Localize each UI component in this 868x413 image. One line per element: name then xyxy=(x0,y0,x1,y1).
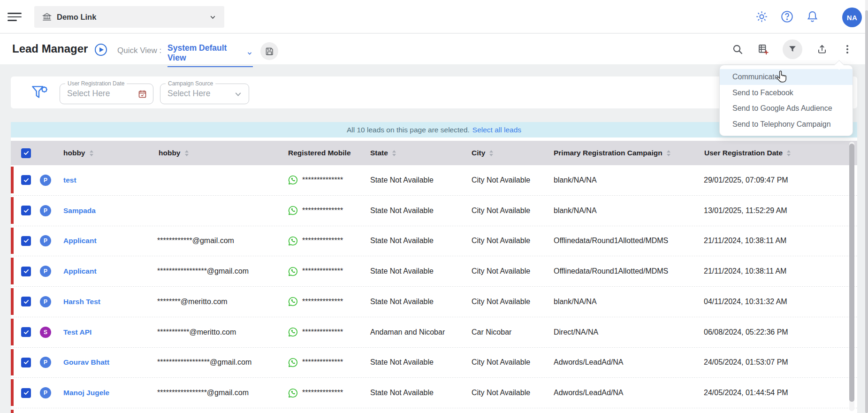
column-header-state-3[interactable]: State xyxy=(370,141,396,165)
help-icon[interactable] xyxy=(780,10,794,23)
org-selector-dropdown[interactable]: Demo Link xyxy=(34,6,224,28)
leads-table: All 10 leads on this page are selected. … xyxy=(11,122,857,413)
page-scrollbar-thumb[interactable] xyxy=(865,10,868,413)
column-header-primary-registration-campaign-5[interactable]: Primary Registration Campaign xyxy=(554,141,670,165)
sort-arrows-icon xyxy=(787,150,791,156)
cell-value: Adwords/LeadAd/NA xyxy=(554,358,624,367)
lead-name-link[interactable]: Applicant xyxy=(63,237,97,245)
lead-name-cell: Test API xyxy=(63,317,91,347)
lead-type-avatar: P xyxy=(40,348,51,378)
lead-name-link[interactable]: Applicant xyxy=(63,267,97,275)
avatar-letter: P xyxy=(40,357,51,368)
checkbox-checked-icon[interactable] xyxy=(21,206,31,215)
avatar-letter: S xyxy=(40,327,51,338)
avatar-letter: P xyxy=(40,175,51,186)
whatsapp-icon[interactable] xyxy=(288,357,298,368)
lead-type-avatar: P xyxy=(40,196,51,226)
checkbox-checked-icon[interactable] xyxy=(21,388,31,398)
lead-email-masked: ******************@gmail.com xyxy=(157,358,251,367)
hamburger-menu-icon[interactable] xyxy=(8,13,22,21)
whatsapp-icon[interactable] xyxy=(288,266,298,277)
cell-value: City Not Available xyxy=(472,176,530,184)
row-checkbox[interactable] xyxy=(21,287,31,317)
whatsapp-icon[interactable] xyxy=(288,205,298,216)
advanced-filter-icon[interactable] xyxy=(30,83,49,103)
lead-email-masked: ************@gmail.com xyxy=(157,237,234,245)
column-header-user-registration-date-6[interactable]: User Registration Date xyxy=(704,141,791,165)
menu-item-send-to-telephony-campaign[interactable]: Send to Telephony Campaign xyxy=(720,116,853,132)
lead-name-link[interactable]: Gourav Bhatt xyxy=(63,358,109,367)
whatsapp-icon[interactable] xyxy=(288,388,298,398)
lead-phone-cell: ************** xyxy=(288,256,343,286)
checkbox-checked-icon[interactable] xyxy=(21,327,31,337)
row-checkbox[interactable] xyxy=(21,226,31,256)
menu-item-send-to-facebook[interactable]: Send to Facebook xyxy=(720,85,853,101)
checkbox-checked-icon[interactable] xyxy=(21,358,31,367)
lead-type-avatar: P xyxy=(40,256,51,286)
user-avatar[interactable]: NA xyxy=(842,8,862,27)
cell-value: City Not Available xyxy=(472,298,530,306)
save-view-button[interactable] xyxy=(260,42,278,60)
table-row-partial xyxy=(11,408,857,413)
checkbox-checked-icon[interactable] xyxy=(21,297,31,306)
select-all-leads-link[interactable]: Select all leads xyxy=(472,126,521,134)
select-all-checkbox[interactable] xyxy=(21,141,31,165)
table-header-row: hobbyhobbyRegistered MobileStateCityPrim… xyxy=(11,141,857,165)
column-header-city-4[interactable]: City xyxy=(472,141,493,165)
org-selector-label: Demo Link xyxy=(57,13,209,22)
lead-name-cell: Applicant xyxy=(63,256,97,286)
notifications-bell-icon[interactable] xyxy=(806,10,819,23)
row-checkbox[interactable] xyxy=(21,348,31,378)
filter-campaign-source[interactable]: Campaign Source Select Here xyxy=(160,84,249,104)
settings-gear-icon[interactable] xyxy=(755,10,769,23)
checkbox-checked-icon[interactable] xyxy=(21,175,31,185)
lead-phone-masked: ************** xyxy=(302,237,343,245)
row-checkbox[interactable] xyxy=(21,378,31,408)
quick-view-value: System Default View xyxy=(168,43,243,63)
search-icon[interactable] xyxy=(732,44,743,55)
whatsapp-icon[interactable] xyxy=(288,175,298,185)
lead-phone-masked: ************** xyxy=(302,358,343,367)
institution-icon xyxy=(42,12,52,22)
cell-value: Adwords/LeadAd/NA xyxy=(554,389,624,397)
top-bar: Demo Link NA xyxy=(0,0,868,33)
row-checkbox[interactable] xyxy=(21,196,31,226)
filter-user-registration-date[interactable]: User Registration Date Select Here xyxy=(60,84,153,104)
table-scrollbar-thumb[interactable] xyxy=(849,144,854,402)
column-header-hobby-1[interactable]: hobby xyxy=(159,141,189,165)
filter-button[interactable] xyxy=(783,39,802,59)
export-icon[interactable] xyxy=(816,44,828,55)
row-checkbox[interactable] xyxy=(21,256,31,286)
lead-type-avatar: P xyxy=(40,226,51,256)
sort-arrows-icon xyxy=(489,150,493,156)
whatsapp-icon[interactable] xyxy=(288,327,298,337)
lead-name-link[interactable]: Manoj Jugele xyxy=(63,389,109,397)
whatsapp-icon[interactable] xyxy=(288,236,298,246)
kebab-menu-icon[interactable] xyxy=(842,44,853,55)
checkbox-checked-icon[interactable] xyxy=(21,236,31,246)
menu-item-communicate[interactable]: Communicate xyxy=(720,69,853,85)
lead-name-link[interactable]: Sampada xyxy=(63,206,96,215)
lead-phone-cell: ************** xyxy=(288,287,343,317)
menu-item-send-to-google-ads-audience[interactable]: Send to Google Ads Audience xyxy=(720,100,853,116)
lead-registration-date-cell: 04/11/2024, 10:31:32 AM xyxy=(704,287,787,317)
row-checkbox[interactable] xyxy=(21,317,31,347)
lead-name-link[interactable]: Test API xyxy=(63,328,91,337)
play-tour-button[interactable] xyxy=(95,44,107,56)
page-title: Lead Manager xyxy=(12,42,88,55)
cell-value: blank/NA/NA xyxy=(554,298,597,306)
whatsapp-icon[interactable] xyxy=(288,296,298,307)
lead-name-cell: Harsh Test xyxy=(63,287,100,317)
lead-name-link[interactable]: Harsh Test xyxy=(63,298,100,306)
column-header-hobby-0[interactable]: hobby xyxy=(63,141,93,165)
lead-name-link[interactable]: test xyxy=(63,176,76,184)
add-column-table-icon[interactable] xyxy=(757,44,769,55)
quick-view-select[interactable]: System Default View xyxy=(168,43,253,67)
checkbox-checked-icon[interactable] xyxy=(21,267,31,276)
row-checkbox[interactable] xyxy=(21,165,31,195)
lead-city-cell: City Not Available xyxy=(472,226,530,256)
filter-field-label: Campaign Source xyxy=(166,80,215,87)
cell-value: blank/NA/NA xyxy=(554,176,597,184)
cell-value: 29/01/2025, 07:09:47 PM xyxy=(704,176,788,184)
lead-phone-cell: ************** xyxy=(288,226,343,256)
